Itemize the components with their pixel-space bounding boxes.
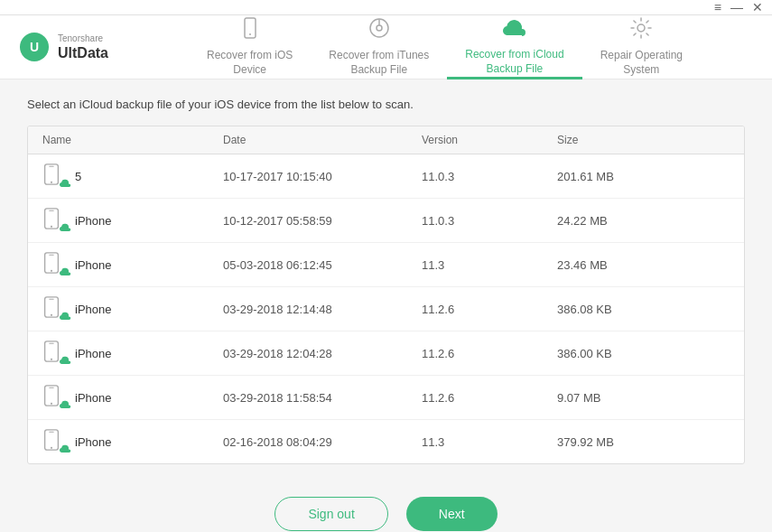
table-row[interactable]: iPhone 05-03-2018 06:12:45 11.3 23.46 MB <box>28 243 744 287</box>
cloud-badge-6 <box>60 443 71 456</box>
svg-rect-16 <box>49 255 54 256</box>
table-row[interactable]: iPhone 03-29-2018 12:14:48 11.2.6 386.08… <box>28 287 744 331</box>
cell-version-3: 11.2.6 <box>422 303 557 316</box>
svg-point-9 <box>51 182 52 183</box>
device-name-2: iPhone <box>75 258 111 272</box>
header-date: Date <box>223 134 422 146</box>
table-body: 5 10-17-2017 10:15:40 11.0.3 201.61 MB <box>28 154 744 463</box>
instruction-text: Select an iCloud backup file of your iOS… <box>27 98 745 111</box>
main-content: Select an iCloud backup file of your iOS… <box>0 79 772 482</box>
device-icon-1 <box>42 208 68 233</box>
svg-point-15 <box>51 270 52 272</box>
svg-text:U: U <box>30 40 39 54</box>
cell-version-4: 11.2.6 <box>422 347 557 360</box>
nav-repair-os[interactable]: Repair OperatingSystem <box>582 16 701 79</box>
logo: U Tenorshare UltData <box>18 31 135 63</box>
backup-table: Name Date Version Size <box>27 126 745 464</box>
logo-top: Tenorshare <box>58 33 108 44</box>
main-nav: Recover from iOSDevice Recover from iTun… <box>135 15 754 79</box>
svg-point-21 <box>51 359 52 360</box>
cell-date-2: 05-03-2018 06:12:45 <box>223 258 422 272</box>
cloud-badge-4 <box>60 355 71 368</box>
cell-size-5: 9.07 MB <box>557 391 730 405</box>
svg-point-7 <box>637 24 645 32</box>
cell-version-6: 11.3 <box>422 435 557 449</box>
gear-nav-icon <box>629 16 653 45</box>
cell-name-2: iPhone <box>42 252 223 277</box>
cell-name-1: iPhone <box>42 208 223 233</box>
device-name-4: iPhone <box>75 347 111 360</box>
cell-size-0: 201.61 MB <box>557 170 730 183</box>
cell-version-1: 11.0.3 <box>422 214 557 228</box>
cell-size-6: 379.92 MB <box>557 435 730 449</box>
svg-rect-22 <box>49 343 54 344</box>
cell-date-6: 02-16-2018 08:04:29 <box>223 435 422 449</box>
cell-size-2: 23.46 MB <box>557 258 730 272</box>
svg-rect-19 <box>49 299 54 300</box>
nav-ios-label: Recover from iOSDevice <box>207 49 293 77</box>
table-row[interactable]: iPhone 10-12-2017 05:58:59 11.0.3 24.22 … <box>28 199 744 243</box>
cell-name-4: iPhone <box>42 341 223 366</box>
svg-rect-13 <box>49 210 54 211</box>
cell-name-3: iPhone <box>42 296 223 322</box>
svg-point-12 <box>51 226 52 228</box>
header: U Tenorshare UltData Recover from iOSDev… <box>0 15 772 79</box>
nav-recover-icloud[interactable]: Recover from iCloudBackup File <box>447 16 581 79</box>
nav-repair-label: Repair OperatingSystem <box>600 49 683 77</box>
cell-size-1: 24.22 MB <box>557 214 730 228</box>
sign-out-button[interactable]: Sign out <box>274 497 387 531</box>
svg-point-5 <box>377 25 382 31</box>
cell-version-2: 11.3 <box>422 258 557 272</box>
cloud-badge-2 <box>60 266 71 279</box>
nav-recover-itunes[interactable]: Recover from iTunesBackup File <box>311 16 447 79</box>
next-button[interactable]: Next <box>406 497 498 531</box>
device-icon-0 <box>42 163 68 189</box>
nav-icloud-label: Recover from iCloudBackup File <box>465 48 563 76</box>
title-bar: ≡ — ✕ <box>0 0 772 15</box>
cell-name-6: iPhone <box>42 429 223 454</box>
table-row[interactable]: iPhone 02-16-2018 08:04:29 11.3 379.92 M… <box>28 420 744 463</box>
cell-date-5: 03-29-2018 11:58:54 <box>223 391 422 405</box>
close-icon[interactable]: ✕ <box>752 0 763 14</box>
logo-icon: U <box>18 31 51 63</box>
cloud-nav-icon <box>501 17 528 44</box>
header-version: Version <box>422 134 557 146</box>
table-row[interactable]: iPhone 03-29-2018 11:58:54 11.2.6 9.07 M… <box>28 376 744 420</box>
nav-recover-ios[interactable]: Recover from iOSDevice <box>189 16 311 79</box>
window-controls: ≡ — ✕ <box>714 0 763 14</box>
cell-version-0: 11.0.3 <box>422 170 557 183</box>
minimize-icon[interactable]: — <box>730 0 743 14</box>
cell-size-3: 386.08 KB <box>557 303 730 316</box>
table-row[interactable]: iPhone 03-29-2018 12:04:28 11.2.6 386.00… <box>28 331 744 376</box>
table-row[interactable]: 5 10-17-2017 10:15:40 11.0.3 201.61 MB <box>28 154 744 199</box>
device-icon-2 <box>42 252 68 277</box>
device-name-0: 5 <box>75 170 81 183</box>
cloud-badge-0 <box>60 178 71 191</box>
device-icon-5 <box>42 385 68 410</box>
header-name: Name <box>42 134 223 146</box>
svg-rect-10 <box>49 166 54 167</box>
device-icon-6 <box>42 429 68 454</box>
svg-point-3 <box>249 33 251 35</box>
logo-bottom: UltData <box>58 44 108 61</box>
device-name-1: iPhone <box>75 214 111 228</box>
cloud-badge-5 <box>60 399 71 412</box>
device-name-3: iPhone <box>75 303 111 316</box>
svg-rect-25 <box>49 387 54 388</box>
menu-icon[interactable]: ≡ <box>714 0 721 14</box>
device-icon-4 <box>42 341 68 366</box>
footer: Sign out Next <box>0 482 772 532</box>
music-nav-icon <box>367 16 391 45</box>
device-icon-3 <box>42 296 68 322</box>
header-size: Size <box>557 134 730 146</box>
device-name-6: iPhone <box>75 435 111 449</box>
svg-rect-28 <box>49 432 54 433</box>
device-name-5: iPhone <box>75 391 111 405</box>
cell-version-5: 11.2.6 <box>422 391 557 405</box>
cloud-badge-3 <box>60 311 71 323</box>
cloud-badge-1 <box>60 222 71 235</box>
cell-date-4: 03-29-2018 12:04:28 <box>223 347 422 360</box>
phone-nav-icon <box>238 16 262 45</box>
svg-point-27 <box>51 447 52 449</box>
cell-name-5: iPhone <box>42 385 223 410</box>
